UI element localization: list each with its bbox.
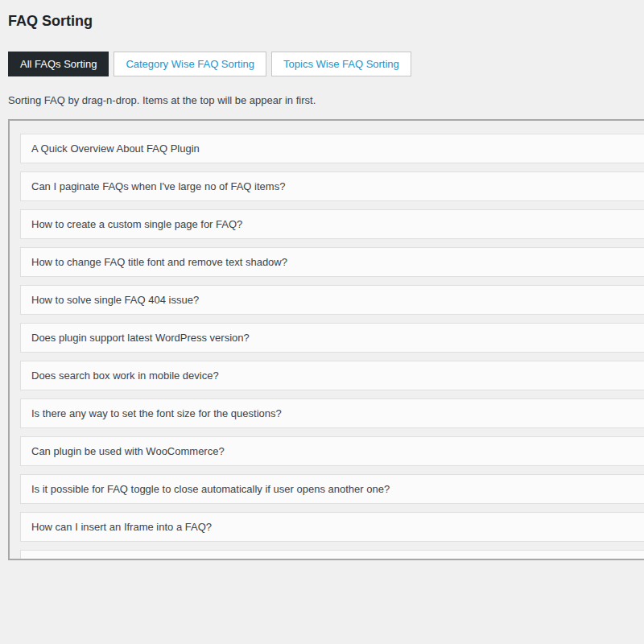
faq-item[interactable]: Is it possible for FAQ toggle to close a… [20,474,644,504]
faq-item[interactable]: Does plugin support latest WordPress ver… [20,323,644,353]
faq-item[interactable]: How can I insert an Iframe into a FAQ? [20,512,644,542]
faq-sort-list: A Quick Overview About FAQ PluginCan I p… [20,134,644,560]
page-title: FAQ Sorting [8,13,644,31]
tab-category-wise-faq-sorting[interactable]: Category Wise FAQ Sorting [114,52,266,76]
faq-item[interactable]: How to change FAQ title font and remove … [20,247,644,277]
tab-bar: All FAQs Sorting Category Wise FAQ Sorti… [8,52,644,76]
tab-all-faqs-sorting[interactable]: All FAQs Sorting [8,52,109,76]
faq-item[interactable]: Is there any way to set the font size fo… [20,398,644,428]
faq-sort-container: A Quick Overview About FAQ PluginCan I p… [8,119,644,560]
faq-item[interactable]: Can I paginate FAQs when I've large no o… [20,171,644,201]
faq-item[interactable]: How to create a custom single page for F… [20,209,644,239]
faq-item[interactable]: Does search box work in mobile device? [20,361,644,390]
faq-item[interactable]: A Quick Overview About FAQ Plugin [20,134,644,163]
faq-item[interactable]: Can plugin be used with WooCommerce? [20,436,644,466]
tab-topics-wise-faq-sorting[interactable]: Topics Wise FAQ Sorting [271,52,411,76]
sorting-hint: Sorting FAQ by drag-n-drop. Items at the… [8,93,644,108]
faq-sorting-page: FAQ Sorting All FAQs Sorting Category Wi… [0,0,644,560]
faq-item[interactable]: How to solve single FAQ 404 issue? [20,285,644,315]
faq-item-partial[interactable] [20,550,644,560]
